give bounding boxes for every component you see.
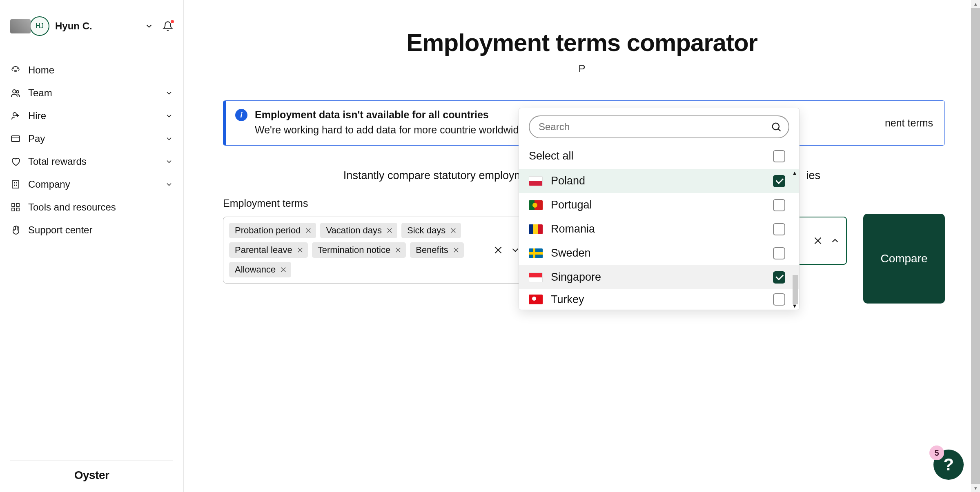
nav-team[interactable]: Team <box>10 87 173 99</box>
chip-label: Sick days <box>407 225 445 236</box>
dropdown-option-checkbox[interactable] <box>773 223 785 235</box>
sidebar-header: HJ Hyun C. <box>10 16 173 36</box>
dropdown-option-checkbox[interactable] <box>773 293 785 306</box>
hand-icon <box>10 225 21 235</box>
notifications-bell-icon[interactable] <box>163 21 173 31</box>
chip: Termination notice <box>312 242 406 258</box>
gauge-icon <box>10 65 21 75</box>
dropdown-option-checkbox[interactable] <box>773 271 785 284</box>
clear-all-icon[interactable] <box>813 235 823 246</box>
subhead-right: ies <box>806 169 821 182</box>
nav-label: Pay <box>28 133 45 144</box>
svg-rect-4 <box>11 136 20 142</box>
page-title: Employment terms comparator <box>184 29 980 57</box>
avatar[interactable]: HJ <box>30 16 49 36</box>
dropdown-option-checkbox[interactable] <box>773 247 785 259</box>
people-icon <box>10 88 21 98</box>
nav-hire[interactable]: Hire <box>10 110 173 122</box>
card-icon <box>10 134 21 144</box>
nav-rewards[interactable]: Total rewards <box>10 156 173 167</box>
company-logo-icon <box>10 19 31 33</box>
employment-terms-label: Employment terms <box>223 197 527 209</box>
nav-tools[interactable]: Tools and resources <box>10 202 173 213</box>
dropdown-search-input[interactable] <box>529 115 789 138</box>
page-scrollbar[interactable]: ▴ ▾ <box>971 0 980 492</box>
info-banner-body: We're working hard to add data for more … <box>255 122 527 137</box>
compare-button[interactable]: Compare <box>863 214 945 304</box>
scroll-up-arrow-icon[interactable]: ▴ <box>974 0 977 8</box>
dropdown-option-label: Poland <box>551 175 585 187</box>
svg-point-3 <box>13 113 16 116</box>
chip: Parental leave <box>229 242 308 258</box>
chip-label: Probation period <box>235 225 301 236</box>
user-menu-chevron-icon[interactable] <box>145 22 154 31</box>
svg-rect-9 <box>16 208 19 211</box>
chip-remove-icon[interactable] <box>386 227 393 234</box>
subhead-left: Instantly compare statutory employment <box>343 169 539 182</box>
chevron-down-icon <box>165 157 173 166</box>
nav-label: Support center <box>28 224 92 236</box>
flag-icon <box>529 295 543 304</box>
chip-label: Allowance <box>235 264 276 275</box>
nav-pay[interactable]: Pay <box>10 133 173 144</box>
chevron-up-icon[interactable] <box>830 235 840 246</box>
grid-icon <box>10 202 21 212</box>
help-fab[interactable]: ? 5 <box>933 450 964 480</box>
dropdown-scroll-thumb[interactable] <box>793 275 798 304</box>
nav-label: Total rewards <box>28 156 87 167</box>
dropdown-option-checkbox[interactable] <box>773 199 785 211</box>
svg-rect-6 <box>12 204 15 206</box>
svg-line-39 <box>778 129 781 131</box>
info-icon: i <box>235 109 247 121</box>
svg-point-0 <box>15 70 16 72</box>
chevron-down-icon <box>165 89 173 97</box>
dropdown-option[interactable]: Poland <box>519 169 799 193</box>
employment-terms-select[interactable]: Probation periodVacation daysSick daysPa… <box>223 217 527 284</box>
select-all-checkbox[interactable] <box>773 150 785 162</box>
dropdown-option[interactable]: Romania <box>519 217 799 241</box>
chip-remove-icon[interactable] <box>280 266 287 273</box>
nav-label: Company <box>28 179 70 190</box>
flag-icon <box>529 273 543 282</box>
clear-all-icon[interactable] <box>493 245 503 255</box>
chip-remove-icon[interactable] <box>305 227 312 234</box>
chip-remove-icon[interactable] <box>452 246 460 254</box>
flag-icon <box>529 176 543 186</box>
dropdown-option[interactable]: Turkey <box>519 289 799 310</box>
search-icon[interactable] <box>771 121 782 133</box>
notification-dot-icon <box>170 19 175 24</box>
nav-home[interactable]: Home <box>10 64 173 76</box>
chip-label: Benefits <box>416 245 448 255</box>
scroll-up-icon[interactable]: ▴ <box>793 169 796 177</box>
sidebar: HJ Hyun C. Home Team Hire <box>0 0 184 492</box>
svg-rect-7 <box>16 204 19 206</box>
scroll-down-arrow-icon[interactable]: ▾ <box>974 484 977 492</box>
dropdown-option-checkbox[interactable] <box>773 175 785 187</box>
flag-icon <box>529 200 543 210</box>
chip-remove-icon[interactable] <box>450 227 457 234</box>
dropdown-option[interactable]: Portugal <box>519 193 799 217</box>
nav-label: Tools and resources <box>28 202 116 213</box>
chevron-down-icon <box>165 112 173 120</box>
dropdown-option[interactable]: Sweden <box>519 241 799 265</box>
main: Employment terms comparator P i Employme… <box>184 0 980 492</box>
select-all-label: Select all <box>529 150 574 162</box>
chip-remove-icon[interactable] <box>296 246 304 254</box>
nav-support[interactable]: Support center <box>10 224 173 236</box>
page-scroll-thumb[interactable] <box>971 8 980 484</box>
select-all-row[interactable]: Select all <box>519 143 799 169</box>
nav-company[interactable]: Company <box>10 179 173 190</box>
dropdown-list: ▴ ▾ PolandPortugalRomaniaSwedenSingapore… <box>519 169 799 310</box>
chip: Vacation days <box>320 223 397 238</box>
dropdown-option-label: Singapore <box>551 271 601 284</box>
chip: Probation period <box>229 223 316 238</box>
chip-label: Vacation days <box>326 225 382 236</box>
chip: Benefits <box>410 242 464 258</box>
dropdown-option[interactable]: Singapore <box>519 265 799 289</box>
svg-point-38 <box>773 123 779 130</box>
dropdown-option-label: Portugal <box>551 199 592 211</box>
nav: Home Team Hire Pay Total rewards <box>10 64 173 236</box>
chip-remove-icon[interactable] <box>394 246 402 254</box>
chip-label: Parental leave <box>235 245 292 255</box>
svg-point-1 <box>13 90 16 93</box>
